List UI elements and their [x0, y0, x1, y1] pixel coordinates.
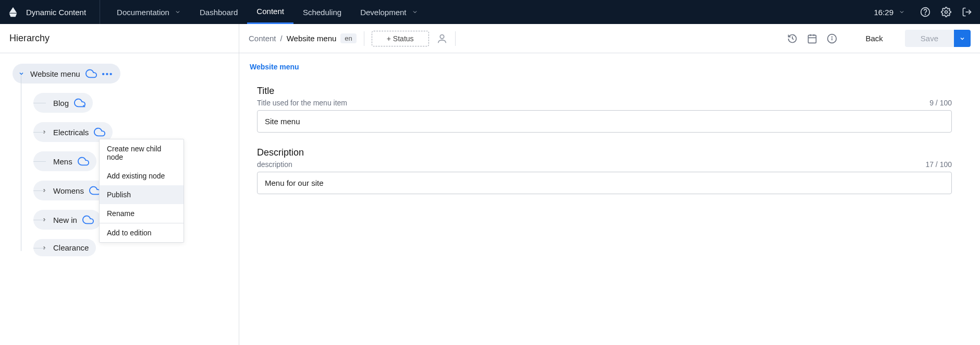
chevron-down-icon [899, 9, 905, 15]
top-right-controls: 16:29 [868, 5, 973, 20]
breadcrumb: Content / Website menu en [249, 33, 357, 43]
tree-node-label: Blog [53, 99, 69, 108]
context-menu: Create new child node Add existing node … [99, 139, 184, 243]
field-desc-help: description [257, 160, 292, 169]
ctx-add-edition[interactable]: Add to edition [100, 223, 183, 242]
field-title-label: Title [257, 86, 952, 97]
help-icon[interactable] [920, 6, 931, 18]
field-title: Title Title used for the menu item 9 / 1… [257, 86, 952, 133]
cloud-icon [82, 214, 94, 225]
content-panel: Content / Website menu en + Status [239, 24, 980, 345]
assignee-icon[interactable] [436, 33, 448, 44]
settings-icon[interactable] [940, 6, 952, 18]
cloud-icon [74, 97, 85, 109]
field-title-help: Title used for the menu item [257, 99, 347, 107]
hierarchy-tree: Website menu ••• Blog [0, 53, 239, 256]
svg-point-2 [945, 11, 948, 14]
tree-root-label: Website menu [30, 69, 80, 78]
field-title-count: 9 / 100 [929, 99, 952, 107]
nav-scheduling-label: Scheduling [303, 8, 341, 17]
nav-scheduling[interactable]: Scheduling [293, 0, 351, 24]
info-icon[interactable] [827, 33, 837, 44]
tree-node-label: Electricals [53, 128, 89, 137]
nav-documentation-label: Documentation [117, 8, 169, 17]
toolbar-divider [364, 31, 364, 46]
breadcrumb-separator: / [280, 34, 283, 43]
chevron-down-icon [412, 9, 418, 15]
more-icon[interactable]: ••• [102, 69, 114, 78]
toolbar-divider [455, 31, 456, 46]
ctx-publish[interactable]: Publish [100, 185, 183, 204]
sidebar-title: Hierarchy [0, 24, 239, 53]
nav-content-label: Content [256, 7, 284, 16]
form-body: Title Title used for the menu item 9 / 1… [239, 71, 980, 209]
time-value: 16:29 [874, 8, 893, 17]
save-dropdown[interactable] [954, 30, 971, 47]
workspace: Hierarchy Website menu ••• Blog [0, 24, 980, 345]
top-nav: Dynamic Content Documentation Dashboard … [0, 0, 980, 24]
history-icon[interactable] [787, 33, 798, 44]
cloud-icon [78, 156, 89, 167]
save-button[interactable]: Save [905, 30, 954, 47]
caret-down-icon [18, 70, 25, 77]
app-name: Dynamic Content [26, 8, 86, 17]
tab-website-menu[interactable]: Website menu [239, 53, 980, 71]
field-desc-count: 17 / 100 [925, 160, 952, 169]
nav-dashboard-label: Dashboard [200, 8, 238, 17]
breadcrumb-current: Website menu [287, 34, 337, 43]
calendar-icon[interactable] [807, 33, 817, 44]
tree-node-label: New in [53, 216, 77, 224]
tree-node-label: Womens [53, 186, 84, 195]
tree-node-label: Clearance [53, 243, 89, 252]
svg-point-6 [440, 34, 444, 38]
svg-rect-7 [808, 35, 816, 43]
field-desc-label: Description [257, 147, 952, 158]
language-pill[interactable]: en [340, 33, 356, 43]
nav-development-label: Development [360, 8, 406, 17]
app-logo [7, 6, 19, 18]
nav-content[interactable]: Content [247, 0, 293, 24]
svg-point-13 [832, 37, 832, 37]
ctx-rename[interactable]: Rename [100, 204, 183, 223]
field-description: Description description 17 / 100 [257, 147, 952, 194]
nav-dashboard[interactable]: Dashboard [190, 0, 247, 24]
cloud-icon [94, 126, 105, 138]
back-button[interactable]: Back [865, 34, 883, 43]
sidebar: Hierarchy Website menu ••• Blog [0, 24, 239, 345]
title-input[interactable] [257, 110, 952, 133]
content-toolbar: Content / Website menu en + Status [239, 24, 980, 53]
toolbar-icon-group [787, 33, 837, 44]
tree-root-node[interactable]: Website menu ••• [13, 64, 120, 84]
nav-development[interactable]: Development [351, 0, 427, 24]
ctx-create-child[interactable]: Create new child node [100, 139, 183, 166]
chevron-down-icon [175, 9, 181, 15]
time-selector[interactable]: 16:29 [868, 5, 910, 20]
description-input[interactable] [257, 172, 952, 194]
nav-divider [100, 0, 100, 24]
tree-node-label: Mens [53, 157, 72, 166]
save-button-group: Save [905, 30, 971, 47]
svg-point-1 [925, 14, 926, 15]
ctx-add-existing[interactable]: Add existing node [100, 166, 183, 185]
cloud-icon [85, 68, 97, 79]
breadcrumb-root[interactable]: Content [249, 34, 276, 43]
logout-icon[interactable] [961, 6, 973, 18]
add-status-button[interactable]: + Status [372, 31, 429, 46]
nav-documentation[interactable]: Documentation [107, 0, 190, 24]
